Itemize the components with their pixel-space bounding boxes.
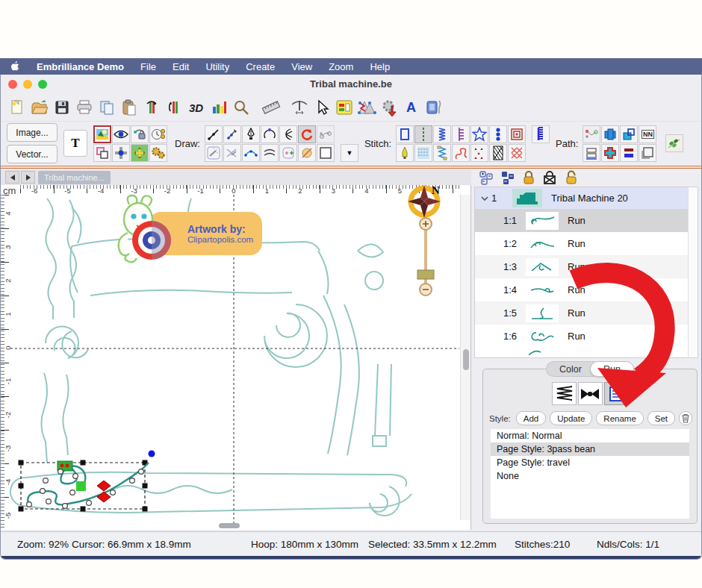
style-list-item[interactable]: Normal: Normal [491, 429, 689, 442]
merge-design-icon[interactable] [423, 98, 444, 118]
center-hoop-icon[interactable] [601, 144, 619, 162]
pointer-icon[interactable] [311, 98, 332, 118]
generate-stitches-icon[interactable] [379, 98, 399, 118]
menu-item-utility[interactable]: Utility [205, 61, 229, 72]
align-horizontal-icon[interactable] [583, 144, 600, 162]
delete-style-button[interactable] [679, 411, 692, 425]
new-document-icon[interactable] [7, 98, 27, 118]
menu-item-zoom[interactable]: Zoom [329, 61, 353, 72]
menu-item-file[interactable]: File [140, 61, 156, 72]
object-group-row[interactable]: 1 Tribal Machine 20 [475, 187, 698, 209]
subtract-shapes-icon[interactable] [620, 125, 638, 143]
satin-column-icon[interactable] [433, 125, 451, 143]
tab-run[interactable]: Run [590, 361, 634, 377]
menu-item-create[interactable]: Create [246, 61, 275, 72]
no-fill-icon[interactable] [298, 144, 316, 162]
document-tab[interactable]: Tribal machine... [38, 171, 111, 184]
move-center-icon[interactable] [112, 144, 130, 162]
style-list-item-selected[interactable]: Page Style: 3pass bean [491, 442, 689, 456]
lettering-t-button[interactable]: T [63, 130, 87, 157]
rename-style-button[interactable]: Rename [596, 411, 643, 425]
horizontal-scroll-thumb[interactable] [219, 523, 240, 528]
cross-stitch-icon[interactable] [508, 144, 526, 162]
flip-horizontal-icon[interactable] [141, 98, 161, 118]
blanket-stitch-icon[interactable] [452, 125, 470, 143]
save-icon[interactable] [52, 98, 72, 118]
image-button[interactable]: Image... [7, 123, 58, 142]
open-file-icon[interactable] [29, 98, 49, 118]
lettering-icon[interactable]: A [401, 98, 421, 118]
bowtie-icon[interactable] [578, 382, 603, 405]
magic-wand-select-icon[interactable] [205, 144, 223, 162]
3d-view-icon[interactable]: 3D [186, 98, 206, 118]
show-image-icon[interactable] [93, 125, 111, 143]
redo-stitch-icon[interactable] [298, 125, 316, 143]
arc-points-icon[interactable] [242, 144, 260, 162]
double-curve-icon[interactable] [261, 144, 279, 162]
paste-icon[interactable] [119, 98, 139, 118]
vertical-scroll-thumb[interactable] [463, 349, 469, 370]
menu-item-edit[interactable]: Edit [173, 61, 189, 72]
lock-stitches-icon[interactable] [542, 170, 557, 185]
outline-rect-stitch-icon[interactable] [396, 125, 414, 143]
gears-icon[interactable] [149, 144, 167, 162]
pen-nib-icon[interactable] [242, 125, 260, 143]
node-edit-icon[interactable] [583, 125, 600, 143]
run-stitch-icon[interactable] [414, 125, 432, 143]
set-style-button[interactable]: Set [647, 411, 675, 425]
bean-stitch-icon[interactable] [489, 125, 507, 143]
break-apart-icon[interactable] [620, 144, 638, 162]
print-icon[interactable] [74, 98, 94, 118]
density-icon[interactable] [289, 98, 309, 118]
object-row-partial[interactable] [475, 348, 698, 356]
design-canvas[interactable]: cm -6-5-4-3-2-10123456 43210-1-2-3-4-5 [1, 185, 471, 530]
tab-prev-button[interactable] [5, 171, 19, 184]
circle-tool-icon[interactable] [261, 125, 279, 143]
zoom-slider[interactable] [413, 216, 438, 304]
expand-all-icon[interactable] [479, 170, 494, 185]
curve-edit-icon[interactable] [279, 125, 297, 143]
wand-lines-icon[interactable] [223, 144, 241, 162]
square-shape-icon[interactable] [317, 144, 335, 162]
zoom-tool-icon[interactable] [231, 98, 251, 118]
outline-design-icon[interactable] [639, 144, 656, 162]
show-stitches-eye-icon[interactable] [112, 125, 130, 143]
overlap-objects-icon[interactable] [93, 144, 111, 162]
line-tool-icon[interactable] [205, 125, 223, 143]
applique-star-icon[interactable] [470, 125, 488, 143]
object-row[interactable]: 1:2 Run [475, 232, 698, 255]
connect-nodes-icon[interactable] [317, 125, 335, 143]
lock-path-icon[interactable] [131, 125, 149, 143]
style-list-item[interactable]: None [491, 469, 689, 483]
object-row[interactable]: 1:5 Run [475, 301, 698, 325]
echo-stitch-icon[interactable] [508, 125, 526, 143]
tab-color[interactable]: Color [546, 361, 594, 377]
tab-next-button[interactable] [21, 171, 35, 184]
weld-shapes-icon[interactable] [601, 125, 619, 143]
move-design-icon[interactable] [131, 144, 149, 162]
zigzag-lines-icon[interactable] [552, 382, 577, 405]
motif-stitch-icon[interactable] [470, 144, 488, 162]
branch-leaves-icon[interactable] [665, 134, 683, 152]
manual-stitch-icon[interactable] [396, 144, 414, 162]
stitch-bars-icon[interactable] [208, 98, 229, 118]
vector-button[interactable]: Vector... [7, 145, 58, 163]
lock-open-icon[interactable] [564, 170, 579, 185]
apple-icon[interactable] [10, 61, 20, 72]
mesh-stitch-icon[interactable] [489, 144, 507, 162]
object-row[interactable]: 1:4 Run [475, 278, 698, 301]
document-style-icon[interactable] [604, 382, 629, 405]
chevron-down-icon[interactable] [481, 195, 488, 202]
design-points-icon[interactable] [356, 98, 376, 118]
update-style-button[interactable]: Update [550, 411, 592, 425]
menu-item-help[interactable]: Help [370, 61, 390, 72]
menu-item-view[interactable]: View [291, 61, 312, 72]
stitch-clock-icon[interactable] [149, 125, 167, 143]
properties-icon[interactable] [334, 98, 354, 118]
measure-icon[interactable] [261, 98, 281, 118]
shape-dropdown[interactable]: ▼ [341, 144, 358, 162]
lock-closed-icon[interactable] [522, 170, 535, 185]
column-stitch-icon[interactable] [532, 125, 550, 143]
add-point-icon[interactable] [279, 144, 297, 162]
style-list-item[interactable]: Page Style: travel [491, 456, 689, 469]
